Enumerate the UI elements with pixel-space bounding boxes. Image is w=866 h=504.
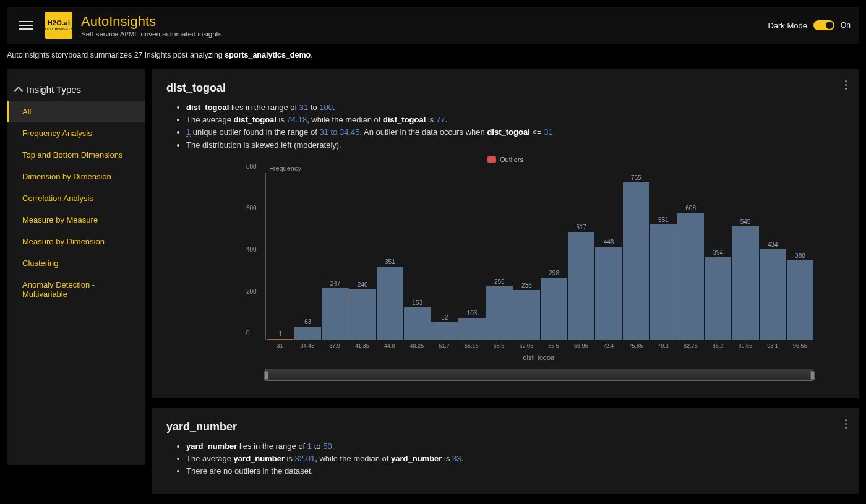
sidebar-item[interactable]: Measure by Dimension — [7, 231, 145, 252]
bar-column[interactable]: 517 — [568, 173, 594, 340]
x-tick: 31 — [267, 340, 293, 349]
chevron-up-icon — [14, 86, 23, 95]
x-tick: 55.15 — [458, 340, 485, 349]
bar-column[interactable]: 255 — [486, 173, 513, 340]
chart-bars: 1632472403511538210325523629851744675555… — [267, 173, 813, 340]
bar-column[interactable]: 240 — [349, 173, 376, 340]
insight-bullet: dist_togoal lies in the range of 31 to 1… — [186, 102, 844, 113]
bar-column[interactable]: 394 — [705, 173, 731, 340]
summary-line: AutoInsights storyboard summarizes 27 in… — [0, 51, 866, 69]
x-tick: 93.1 — [760, 340, 786, 349]
bar-column[interactable]: 247 — [322, 173, 348, 340]
x-tick: 79.3 — [650, 340, 677, 349]
app-title: AutoInsights — [81, 14, 224, 30]
y-axis-label: Frequency — [269, 164, 813, 172]
bar-value-label: 240 — [358, 281, 368, 288]
bar-column[interactable]: 755 — [623, 173, 650, 340]
x-tick: 68.95 — [568, 340, 594, 349]
main-content: dist_togoal dist_togoal lies in the rang… — [152, 69, 859, 494]
chart-plot[interactable]: 1632472403511538210325523629851744675555… — [265, 173, 813, 340]
card-title: yard_number — [166, 421, 844, 434]
card-menu-icon[interactable] — [842, 78, 849, 92]
x-tick: 37.9 — [322, 340, 348, 349]
bar-column[interactable]: 63 — [294, 173, 321, 340]
bar-column[interactable]: 351 — [377, 173, 403, 340]
bar-column[interactable]: 236 — [513, 173, 540, 340]
bar — [705, 257, 731, 339]
header-right: Dark Mode On — [768, 20, 851, 30]
bar-column[interactable]: 153 — [404, 173, 431, 340]
x-tick: 41.35 — [349, 340, 375, 349]
x-tick: 72.4 — [595, 340, 622, 349]
bar — [623, 182, 650, 340]
sidebar-heading[interactable]: Insight Types — [7, 78, 145, 101]
bar — [541, 278, 567, 340]
bar-column[interactable]: 103 — [458, 173, 485, 340]
x-axis-label: dist_togoal — [265, 354, 813, 361]
bar-column[interactable]: 551 — [650, 173, 677, 340]
bar — [650, 224, 677, 339]
bar-value-label: 247 — [330, 280, 341, 287]
x-tick: 89.65 — [732, 340, 758, 349]
bar-value-label: 545 — [740, 218, 751, 225]
bar-value-label: 351 — [385, 258, 395, 265]
x-tick: 96.55 — [787, 340, 813, 349]
bar-value-label: 551 — [658, 216, 669, 223]
chart-legend: Outliers — [166, 156, 844, 163]
sidebar-item[interactable]: Top and Bottom Dimensions — [7, 144, 145, 166]
x-tick: 86.2 — [705, 340, 731, 349]
x-tick: 65.5 — [541, 340, 567, 349]
x-tick: 48.25 — [403, 340, 430, 349]
bar-value-label: 755 — [631, 174, 641, 181]
y-tick: 600 — [246, 205, 257, 211]
bar-value-label: 63 — [304, 318, 311, 325]
logo-text-2: AUTOINSIGHTS — [45, 28, 73, 31]
bar-value-label: 298 — [549, 270, 559, 276]
bar-column[interactable]: 380 — [787, 173, 813, 340]
card-title: dist_togoal — [166, 82, 844, 95]
insight-bullet: yard_number lies in the range of 1 to 50… — [186, 441, 844, 452]
x-tick: 75.85 — [622, 340, 649, 349]
top-bar: H2O.ai AUTOINSIGHTS AutoInsights Self-se… — [7, 7, 859, 44]
x-tick: 44.8 — [376, 340, 403, 349]
bar-column[interactable]: 298 — [541, 173, 567, 340]
bar — [595, 247, 622, 340]
bar-value-label: 1 — [279, 331, 283, 338]
legend-swatch-outliers — [487, 156, 496, 163]
bar-value-label: 446 — [604, 239, 614, 246]
bar-column[interactable]: 82 — [431, 173, 458, 340]
logo-text-1: H2O.ai — [48, 20, 71, 27]
insight-bullet: 1 unique outlier found in the range of 3… — [186, 127, 844, 138]
sidebar-item[interactable]: Measure by Measure — [7, 209, 145, 231]
title-block: AutoInsights Self-service AI/ML-driven a… — [81, 14, 224, 38]
bar-column[interactable]: 608 — [677, 173, 704, 340]
bar-column[interactable]: 446 — [595, 173, 622, 340]
y-tick: 400 — [246, 246, 257, 253]
insight-bullet: There are no outliers in the dataset. — [186, 466, 844, 477]
bar-column[interactable]: 545 — [732, 173, 758, 340]
chart-range-scrubber[interactable] — [265, 369, 813, 381]
sidebar-item[interactable]: Dimension by Dimension — [7, 166, 145, 187]
card-menu-icon[interactable] — [842, 417, 849, 431]
bar-value-label: 103 — [467, 310, 478, 317]
sidebar-item[interactable]: Clustering — [7, 252, 145, 274]
insight-card-yard-number: yard_number yard_number lies in the rang… — [152, 408, 859, 495]
sidebar-item[interactable]: Frequency Analysis — [7, 122, 145, 144]
insight-bullet: The average yard_number is 32.01, while … — [186, 453, 844, 464]
dark-mode-toggle[interactable] — [813, 20, 834, 30]
y-tick: 0 — [246, 329, 250, 336]
bar — [431, 322, 458, 340]
bar-column[interactable]: 1 — [267, 173, 294, 340]
menu-icon[interactable] — [15, 17, 36, 33]
sidebar-item[interactable]: Correlation Analysis — [7, 187, 145, 209]
bar-column[interactable]: 434 — [760, 173, 786, 340]
sidebar-item[interactable]: All — [7, 101, 145, 122]
insight-bullet: The distribution is skewed left (moderat… — [186, 140, 844, 151]
bar — [486, 286, 513, 340]
bar — [322, 288, 348, 340]
sidebar-item[interactable]: Anomaly Detection - Multivariable — [7, 274, 145, 305]
x-tick: 82.75 — [677, 340, 704, 349]
x-tick: 58.6 — [486, 340, 512, 349]
bar — [458, 318, 485, 340]
bar — [294, 327, 321, 340]
